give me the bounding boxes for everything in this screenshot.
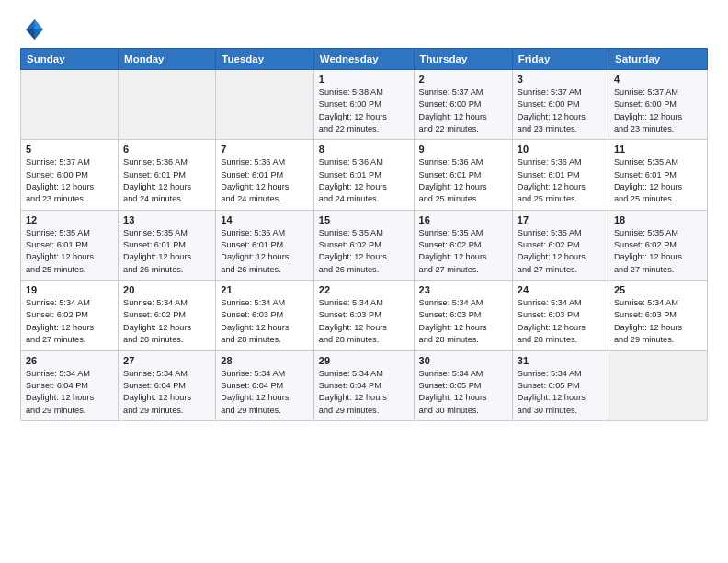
day-number: 10: [518, 144, 604, 155]
logo-icon: [20, 17, 46, 42]
weekday-header-wednesday: Wednesday: [313, 49, 414, 70]
day-info: Sunrise: 5:34 AM Sunset: 6:05 PM Dayligh…: [518, 368, 604, 417]
day-number: 7: [221, 144, 309, 155]
calendar-cell: 12Sunrise: 5:35 AM Sunset: 6:01 PM Dayli…: [21, 210, 119, 280]
calendar-cell: 29Sunrise: 5:34 AM Sunset: 6:04 PM Dayli…: [313, 350, 414, 420]
day-info: Sunrise: 5:35 AM Sunset: 6:02 PM Dayligh…: [319, 227, 409, 276]
calendar-cell: 3Sunrise: 5:37 AM Sunset: 6:00 PM Daylig…: [512, 70, 609, 140]
day-info: Sunrise: 5:34 AM Sunset: 6:04 PM Dayligh…: [319, 368, 409, 417]
day-info: Sunrise: 5:34 AM Sunset: 6:03 PM Dayligh…: [319, 297, 409, 346]
calendar-cell: [119, 70, 216, 140]
day-number: 2: [419, 74, 507, 85]
svg-marker-1: [35, 19, 43, 29]
day-number: 27: [123, 355, 210, 366]
day-info: Sunrise: 5:35 AM Sunset: 6:01 PM Dayligh…: [221, 227, 309, 276]
weekday-header-thursday: Thursday: [414, 49, 512, 70]
day-number: 4: [614, 74, 702, 85]
calendar-cell: 8Sunrise: 5:36 AM Sunset: 6:01 PM Daylig…: [313, 140, 414, 210]
calendar-cell: [21, 70, 119, 140]
calendar-cell: [609, 350, 707, 420]
calendar-cell: 17Sunrise: 5:35 AM Sunset: 6:02 PM Dayli…: [512, 210, 609, 280]
day-number: 26: [26, 355, 113, 366]
calendar-cell: 16Sunrise: 5:35 AM Sunset: 6:02 PM Dayli…: [414, 210, 512, 280]
day-number: 12: [26, 214, 113, 225]
day-info: Sunrise: 5:36 AM Sunset: 6:01 PM Dayligh…: [518, 156, 604, 205]
calendar-cell: 10Sunrise: 5:36 AM Sunset: 6:01 PM Dayli…: [512, 140, 609, 210]
calendar-cell: 20Sunrise: 5:34 AM Sunset: 6:02 PM Dayli…: [119, 281, 216, 350]
day-info: Sunrise: 5:35 AM Sunset: 6:02 PM Dayligh…: [614, 227, 702, 276]
day-number: 28: [221, 355, 309, 366]
weekday-header-tuesday: Tuesday: [216, 49, 314, 70]
day-info: Sunrise: 5:36 AM Sunset: 6:01 PM Dayligh…: [419, 156, 507, 205]
day-info: Sunrise: 5:35 AM Sunset: 6:01 PM Dayligh…: [26, 227, 113, 276]
week-row-5: 26Sunrise: 5:34 AM Sunset: 6:04 PM Dayli…: [21, 350, 708, 420]
day-number: 1: [319, 74, 409, 85]
calendar-cell: 9Sunrise: 5:36 AM Sunset: 6:01 PM Daylig…: [414, 140, 512, 210]
day-number: 21: [221, 284, 309, 295]
day-number: 15: [319, 214, 409, 225]
header: [20, 17, 708, 42]
calendar-cell: 24Sunrise: 5:34 AM Sunset: 6:03 PM Dayli…: [512, 281, 609, 350]
day-number: 31: [518, 355, 604, 366]
day-info: Sunrise: 5:38 AM Sunset: 6:00 PM Dayligh…: [319, 86, 409, 135]
day-info: Sunrise: 5:37 AM Sunset: 6:00 PM Dayligh…: [614, 86, 702, 135]
day-info: Sunrise: 5:34 AM Sunset: 6:03 PM Dayligh…: [419, 297, 507, 346]
day-number: 17: [518, 214, 604, 225]
day-info: Sunrise: 5:37 AM Sunset: 6:00 PM Dayligh…: [26, 156, 113, 205]
day-number: 5: [26, 144, 113, 155]
calendar-cell: 6Sunrise: 5:36 AM Sunset: 6:01 PM Daylig…: [119, 140, 216, 210]
calendar-cell: 4Sunrise: 5:37 AM Sunset: 6:00 PM Daylig…: [609, 70, 707, 140]
day-info: Sunrise: 5:36 AM Sunset: 6:01 PM Dayligh…: [319, 156, 409, 205]
day-number: 20: [123, 284, 210, 295]
calendar-cell: 19Sunrise: 5:34 AM Sunset: 6:02 PM Dayli…: [21, 281, 119, 350]
calendar-cell: 25Sunrise: 5:34 AM Sunset: 6:03 PM Dayli…: [609, 281, 707, 350]
calendar-cell: 31Sunrise: 5:34 AM Sunset: 6:05 PM Dayli…: [512, 350, 609, 420]
calendar-cell: [216, 70, 314, 140]
day-number: 8: [319, 144, 409, 155]
day-number: 16: [419, 214, 507, 225]
day-number: 30: [419, 355, 507, 366]
day-number: 22: [319, 284, 409, 295]
calendar-cell: 18Sunrise: 5:35 AM Sunset: 6:02 PM Dayli…: [609, 210, 707, 280]
day-number: 3: [518, 74, 604, 85]
calendar-cell: 26Sunrise: 5:34 AM Sunset: 6:04 PM Dayli…: [21, 350, 119, 420]
day-number: 13: [123, 214, 210, 225]
day-info: Sunrise: 5:34 AM Sunset: 6:04 PM Dayligh…: [221, 368, 309, 417]
day-number: 23: [419, 284, 507, 295]
day-info: Sunrise: 5:34 AM Sunset: 6:05 PM Dayligh…: [419, 368, 507, 417]
day-number: 11: [614, 144, 702, 155]
weekday-header-row: SundayMondayTuesdayWednesdayThursdayFrid…: [21, 49, 708, 70]
calendar-cell: 11Sunrise: 5:35 AM Sunset: 6:01 PM Dayli…: [609, 140, 707, 210]
logo: [20, 17, 50, 42]
day-number: 25: [614, 284, 702, 295]
weekday-header-saturday: Saturday: [609, 49, 707, 70]
calendar-cell: 2Sunrise: 5:37 AM Sunset: 6:00 PM Daylig…: [414, 70, 512, 140]
calendar-table: SundayMondayTuesdayWednesdayThursdayFrid…: [20, 48, 708, 421]
day-number: 18: [614, 214, 702, 225]
weekday-header-monday: Monday: [119, 49, 216, 70]
day-info: Sunrise: 5:34 AM Sunset: 6:03 PM Dayligh…: [614, 297, 702, 346]
weekday-header-friday: Friday: [512, 49, 609, 70]
calendar-cell: 28Sunrise: 5:34 AM Sunset: 6:04 PM Dayli…: [216, 350, 314, 420]
day-info: Sunrise: 5:34 AM Sunset: 6:02 PM Dayligh…: [123, 297, 210, 346]
calendar-cell: 21Sunrise: 5:34 AM Sunset: 6:03 PM Dayli…: [216, 281, 314, 350]
day-info: Sunrise: 5:34 AM Sunset: 6:03 PM Dayligh…: [518, 297, 604, 346]
calendar-cell: 5Sunrise: 5:37 AM Sunset: 6:00 PM Daylig…: [21, 140, 119, 210]
day-info: Sunrise: 5:35 AM Sunset: 6:02 PM Dayligh…: [518, 227, 604, 276]
page: SundayMondayTuesdayWednesdayThursdayFrid…: [0, 0, 728, 434]
calendar-cell: 27Sunrise: 5:34 AM Sunset: 6:04 PM Dayli…: [119, 350, 216, 420]
day-info: Sunrise: 5:37 AM Sunset: 6:00 PM Dayligh…: [419, 86, 507, 135]
day-number: 24: [518, 284, 604, 295]
calendar-cell: 14Sunrise: 5:35 AM Sunset: 6:01 PM Dayli…: [216, 210, 314, 280]
calendar-cell: 23Sunrise: 5:34 AM Sunset: 6:03 PM Dayli…: [414, 281, 512, 350]
weekday-header-sunday: Sunday: [21, 49, 119, 70]
week-row-3: 12Sunrise: 5:35 AM Sunset: 6:01 PM Dayli…: [21, 210, 708, 280]
day-number: 29: [319, 355, 409, 366]
calendar-cell: 15Sunrise: 5:35 AM Sunset: 6:02 PM Dayli…: [313, 210, 414, 280]
day-info: Sunrise: 5:36 AM Sunset: 6:01 PM Dayligh…: [221, 156, 309, 205]
day-info: Sunrise: 5:35 AM Sunset: 6:02 PM Dayligh…: [419, 227, 507, 276]
day-number: 9: [419, 144, 507, 155]
day-info: Sunrise: 5:34 AM Sunset: 6:04 PM Dayligh…: [123, 368, 210, 417]
day-number: 19: [26, 284, 113, 295]
week-row-2: 5Sunrise: 5:37 AM Sunset: 6:00 PM Daylig…: [21, 140, 708, 210]
